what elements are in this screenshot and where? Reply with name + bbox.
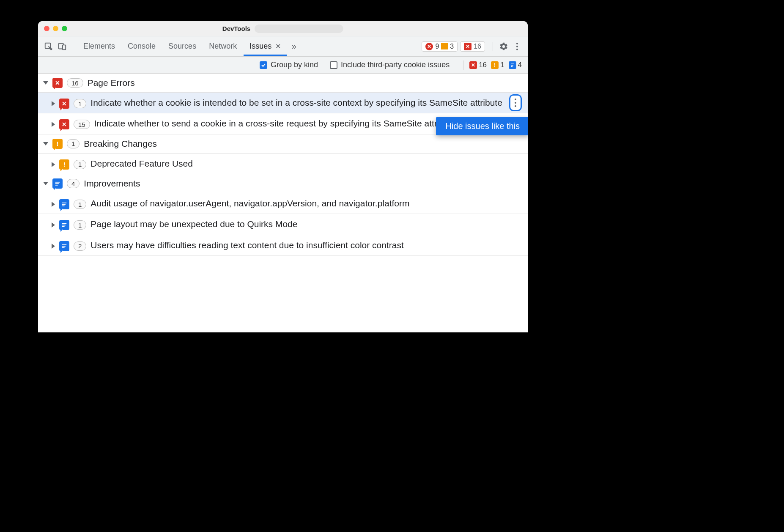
- svg-rect-2: [63, 45, 66, 49]
- settings-icon[interactable]: [497, 40, 510, 53]
- issue-text: Users may have difficulties reading text…: [90, 239, 523, 251]
- category-count: 16: [67, 78, 83, 88]
- issue-more-menu-button[interactable]: [509, 94, 522, 111]
- svg-rect-14: [62, 226, 65, 227]
- svg-rect-16: [62, 246, 66, 247]
- issue-row[interactable]: 1 Page layout may be unexpected due to Q…: [38, 214, 528, 235]
- issues-list: ✕ 16 Page Errors ✕ 1 Indicate whether a …: [38, 74, 528, 332]
- kebab-menu-icon[interactable]: [511, 40, 524, 53]
- issues-chip[interactable]: ✕ 16: [460, 41, 485, 52]
- svg-rect-15: [62, 244, 67, 245]
- more-tabs-icon[interactable]: »: [288, 40, 300, 53]
- breaking-count-item[interactable]: ! 1: [491, 61, 504, 69]
- page-error-count-item[interactable]: ✕ 16: [469, 61, 487, 69]
- chevron-right-icon: [52, 222, 55, 228]
- issue-count: 1: [74, 200, 86, 209]
- chevron-down-icon: [43, 81, 48, 85]
- close-window-button[interactable]: [44, 26, 49, 31]
- category-title: Breaking Changes: [84, 139, 157, 149]
- page-error-bubble-icon: ✕: [59, 119, 69, 129]
- maximize-window-button[interactable]: [62, 26, 67, 31]
- issue-count: 2: [74, 241, 86, 251]
- tab-elements[interactable]: Elements: [77, 37, 121, 56]
- inspect-element-icon[interactable]: [42, 40, 55, 53]
- tab-issues[interactable]: Issues ✕: [244, 37, 287, 56]
- category-count: 1: [67, 139, 79, 148]
- svg-rect-4: [511, 65, 513, 66]
- improvement-bubble-icon: [59, 220, 69, 230]
- improvement-count-item[interactable]: 4: [509, 61, 522, 69]
- device-toggle-icon[interactable]: [56, 40, 69, 53]
- svg-rect-13: [62, 225, 66, 226]
- chevron-right-icon: [52, 122, 55, 127]
- chevron-down-icon: [43, 142, 48, 145]
- category-page-errors[interactable]: ✕ 16 Page Errors: [38, 74, 528, 93]
- group-by-kind-checkbox[interactable]: Group by kind: [260, 60, 318, 69]
- issue-counts: ✕ 16 ! 1 4: [469, 61, 522, 69]
- issues-filter-bar: Group by kind Include third-party cookie…: [38, 57, 528, 74]
- chevron-right-icon: [52, 202, 55, 207]
- chevron-down-icon: [43, 182, 48, 185]
- group-by-kind-label: Group by kind: [271, 60, 318, 69]
- category-improvements[interactable]: 4 Improvements: [38, 174, 528, 193]
- issue-row[interactable]: ✕ 1 Indicate whether a cookie is intende…: [38, 93, 528, 113]
- svg-rect-5: [511, 66, 513, 67]
- svg-rect-3: [511, 63, 514, 64]
- svg-rect-8: [55, 185, 58, 186]
- issue-text: Indicate whether a cookie is intended to…: [90, 97, 523, 109]
- close-tab-icon[interactable]: ✕: [275, 43, 281, 50]
- chevron-right-icon: [52, 244, 55, 249]
- page-error-bubble-icon: ✕: [59, 99, 69, 109]
- error-count: 9: [435, 43, 439, 50]
- svg-rect-17: [62, 247, 65, 248]
- window-title: DevTools: [222, 25, 250, 32]
- hide-issues-menu-item[interactable]: Hide issues like this: [436, 117, 528, 135]
- svg-rect-10: [62, 204, 66, 205]
- separator: [493, 42, 493, 51]
- console-errors-warnings-chip[interactable]: ✕ 9 3: [422, 41, 458, 52]
- svg-rect-12: [62, 223, 67, 224]
- window-subtitle-redacted: [255, 25, 343, 33]
- issue-row[interactable]: 2 Users may have difficulties reading te…: [38, 235, 528, 256]
- tab-sources[interactable]: Sources: [162, 37, 202, 56]
- improvement-bubble-icon: [59, 241, 69, 251]
- tab-network[interactable]: Network: [203, 37, 243, 56]
- window-controls: [38, 26, 67, 31]
- warning-icon: [441, 43, 448, 49]
- breaking-bubble-icon: !: [59, 159, 69, 170]
- devtools-window: DevTools Elements Console Sources Networ…: [38, 21, 528, 332]
- chevron-right-icon: [52, 162, 55, 167]
- window-title-area: DevTools: [222, 25, 343, 33]
- chevron-right-icon: [52, 101, 55, 106]
- issue-text: Deprecated Feature Used: [90, 158, 523, 170]
- breaking-bubble-icon: !: [52, 139, 63, 149]
- error-icon: ✕: [425, 43, 433, 50]
- page-error-icon: ✕: [464, 43, 471, 50]
- issue-count: 1: [74, 99, 86, 108]
- page-error-bubble-icon: ✕: [52, 78, 63, 88]
- category-count: 4: [67, 179, 79, 188]
- issue-text: Page layout may be unexpected due to Qui…: [90, 218, 523, 230]
- page-error-icon: ✕: [469, 61, 477, 69]
- include-third-party-label: Include third-party cookie issues: [341, 60, 450, 69]
- category-breaking-changes[interactable]: ! 1 Breaking Changes: [38, 134, 528, 154]
- breaking-icon: !: [491, 61, 499, 69]
- svg-rect-11: [62, 206, 65, 206]
- titlebar: DevTools: [38, 21, 528, 36]
- category-title: Page Errors: [88, 78, 135, 88]
- issue-count: 15: [74, 120, 90, 129]
- issue-row[interactable]: 1 Audit usage of navigator.userAgent, na…: [38, 193, 528, 214]
- issue-row[interactable]: ! 1 Deprecated Feature Used: [38, 154, 528, 174]
- minimize-window-button[interactable]: [53, 26, 58, 31]
- separator: [463, 60, 463, 70]
- issue-count: 1: [74, 160, 86, 169]
- page-error-count: 16: [474, 43, 481, 50]
- tab-console[interactable]: Console: [122, 37, 162, 56]
- issue-count: 1: [74, 220, 86, 230]
- improvement-bubble-icon: [59, 199, 69, 209]
- include-third-party-checkbox[interactable]: Include third-party cookie issues: [330, 60, 450, 69]
- svg-rect-6: [55, 182, 60, 183]
- main-toolbar: Elements Console Sources Network Issues …: [38, 36, 528, 57]
- svg-rect-7: [55, 183, 59, 184]
- category-title: Improvements: [84, 178, 140, 189]
